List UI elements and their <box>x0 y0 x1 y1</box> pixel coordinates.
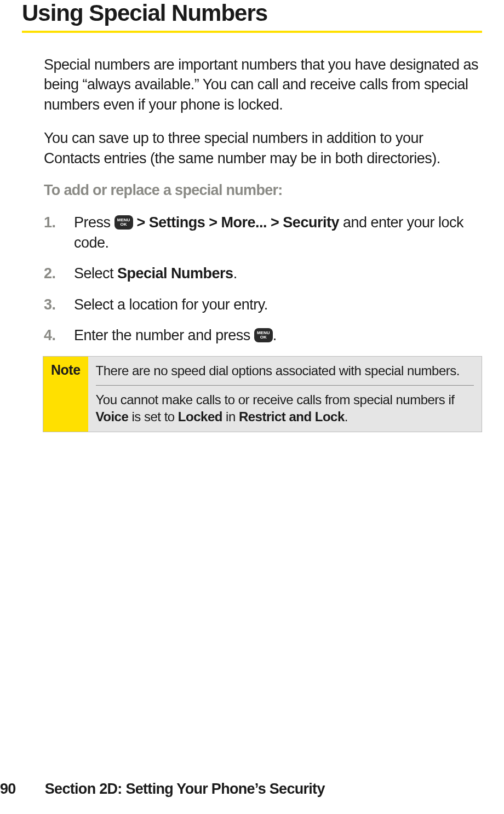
step-text-pre: Press <box>74 214 114 231</box>
step-number: 2. <box>44 263 56 283</box>
note-label: Note <box>43 357 88 432</box>
step-3: 3. Select a location for your entry. <box>74 295 482 314</box>
title-rule <box>22 31 482 33</box>
step-text: Select a location for your entry. <box>74 296 268 313</box>
note-text: You cannot make calls to or receive call… <box>96 392 455 407</box>
step-text-pre: Enter the number and press <box>74 327 254 343</box>
menu-ok-icon: MENUOK <box>254 328 273 342</box>
note-bold: Voice <box>96 409 129 424</box>
note-divider <box>96 385 474 386</box>
step-bold-path: > Settings > More... > Security <box>133 214 339 231</box>
step-number: 1. <box>44 213 56 232</box>
procedure-heading: To add or replace a special number: <box>44 182 482 199</box>
note-text: is set to <box>128 409 178 424</box>
page-footer: 90 Section 2D: Setting Your Phone’s Secu… <box>0 781 504 798</box>
note-box: Note There are no speed dial options ass… <box>43 356 482 432</box>
page-number: 90 <box>0 781 41 798</box>
icon-bottom: OK <box>260 335 267 340</box>
note-line1: There are no speed dial options associat… <box>96 362 474 379</box>
step-text-post: . <box>273 327 277 343</box>
note-line2: You cannot make calls to or receive call… <box>96 391 474 425</box>
note-bold: Locked <box>178 409 222 424</box>
note-body: There are no speed dial options associat… <box>88 357 482 432</box>
note-bold: Restrict and Lock <box>239 409 345 424</box>
steps-list: 1. Press MENUOK > Settings > More... > S… <box>44 213 482 345</box>
note-text: in <box>222 409 239 424</box>
step-bold-path: Special Numbers <box>117 265 233 282</box>
intro-paragraph-2: You can save up to three special numbers… <box>44 128 482 168</box>
intro-paragraph-1: Special numbers are important numbers th… <box>44 55 482 114</box>
step-number: 4. <box>44 325 56 345</box>
step-text-pre: Select <box>74 265 117 282</box>
icon-bottom: OK <box>121 222 127 227</box>
step-text-post: . <box>233 265 237 282</box>
note-text: . <box>345 409 348 424</box>
content-area: Special numbers are important numbers th… <box>22 55 482 432</box>
step-4: 4. Enter the number and press MENUOK. <box>74 325 482 345</box>
section-label: Section 2D: Setting Your Phone’s Securit… <box>45 781 325 797</box>
step-1: 1. Press MENUOK > Settings > More... > S… <box>74 213 482 253</box>
page-title: Using Special Numbers <box>22 0 482 26</box>
step-number: 3. <box>44 295 56 314</box>
menu-ok-icon: MENUOK <box>114 215 133 230</box>
step-2: 2. Select Special Numbers. <box>74 263 482 283</box>
